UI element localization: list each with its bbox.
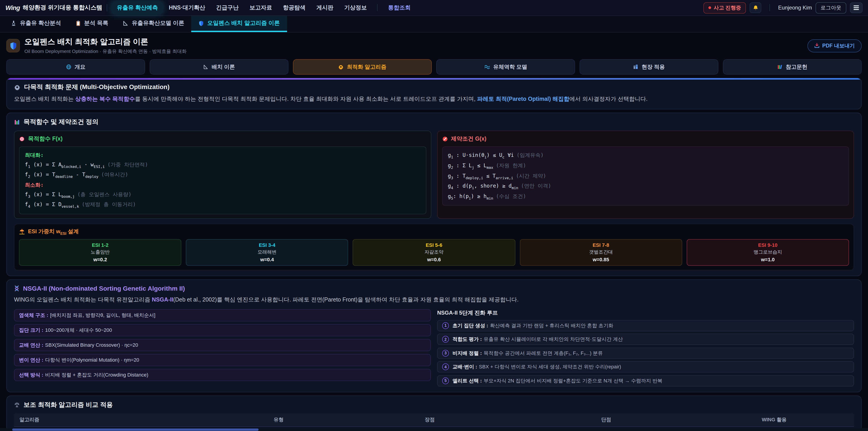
dna-icon bbox=[14, 285, 20, 291]
hamburger-menu-button[interactable] bbox=[850, 2, 863, 13]
nav-item-hns[interactable]: HNS·대기확산 bbox=[164, 2, 210, 14]
page-title: 오일펜스 배치 최적화 알고리즘 이론 bbox=[24, 37, 187, 47]
red-dot-icon bbox=[708, 6, 711, 9]
nsga-title: NSGA-II (Non-dominated Sorting Genetic A… bbox=[23, 285, 185, 292]
incident-status-badge[interactable]: 사고 진행중 bbox=[703, 2, 746, 13]
pdf-export-button[interactable]: PDF 내보내기 bbox=[807, 39, 862, 52]
building-icon bbox=[633, 64, 639, 70]
section-tab-label: 현장 적용 bbox=[642, 63, 665, 71]
tab-label: 오일펜스 배치 알고리즘 이론 bbox=[207, 20, 280, 27]
tab-analysis-list[interactable]: 분석 목록 bbox=[68, 16, 116, 32]
nsga-card: NSGA-II (Non-dominated Sorting Genetic A… bbox=[6, 279, 862, 392]
tab-diffusion-model-theory[interactable]: 유출유확산모델 이론 bbox=[116, 16, 191, 32]
col-header-wing-usage: WING 활용 bbox=[694, 413, 854, 426]
section-tab-references[interactable]: 참고문헌 bbox=[723, 59, 862, 74]
comparison-card: 보조 최적화 알고리즘 비교 적용 알고리즘 유형 장점 단점 WING 활용 … bbox=[6, 395, 862, 431]
esi-card-5-6: ESI 5-6 자갈조약 w=0.6 bbox=[353, 239, 515, 266]
notifications-button[interactable] bbox=[750, 2, 762, 13]
page-title-block: 오일펜스 배치 최적화 알고리즘 이론 Oil Boom Deployment … bbox=[24, 37, 187, 55]
objective-formula: f1 (x) = Σ Ablocked,i · wESI,i(가중 차단면적) bbox=[25, 160, 420, 170]
tab-boom-algorithm-theory[interactable]: 오일펜스 배치 알고리즘 이론 bbox=[191, 16, 287, 32]
step-number-badge: 2 bbox=[442, 336, 449, 343]
comparison-title: 보조 최적화 알고리즘 비교 적용 bbox=[24, 401, 113, 409]
esi-heading: ESI 가중치 wESI 설계 bbox=[19, 228, 849, 236]
esi-weights-section: ESI 가중치 wESI 설계 ESI 1-2 노출암반 w=0.2 ESI 3… bbox=[14, 224, 854, 271]
section-tab-bar: 개요 배치 이론 최적화 알고리즘 유체역학 모델 현장 적용 bbox=[6, 59, 862, 74]
main-content: 다목적 최적화 문제 (Multi-Objective Optimization… bbox=[0, 78, 868, 431]
beach-umbrella-icon bbox=[19, 229, 25, 235]
triangle-ruler-icon bbox=[123, 20, 129, 26]
nsga-step-2: 2적합도 평가 :유출유 확산 시뮬레이터로 각 배치안의 차단면적·도달시간 … bbox=[437, 334, 854, 345]
section-tab-deployment-theory[interactable]: 배치 이론 bbox=[150, 59, 288, 74]
gear-icon bbox=[338, 64, 344, 70]
balance-scale-icon bbox=[14, 402, 20, 408]
objective-panel-title: 목적함수 F(x) bbox=[28, 135, 63, 143]
esi-card-9-10: ESI 9-10 맹그로브습지 w=1.0 bbox=[687, 239, 849, 266]
step-number-badge: 5 bbox=[442, 377, 449, 384]
globe-icon bbox=[66, 64, 71, 70]
definition-card: 목적함수 및 제약조건 정의 목적함수 F(x) 최대화: f1 (x) = Σ… bbox=[6, 113, 862, 276]
incident-badge-label: 사고 진행중 bbox=[714, 4, 741, 11]
param-row-mutation: 변이 연산 :다항식 변이(Polynomial Mutation) · ηm=… bbox=[14, 354, 431, 366]
maximize-label: 최대화: bbox=[25, 151, 420, 160]
highlight-pareto-optimal: 파레토 최적(Pareto Optimal) 해집합 bbox=[477, 96, 569, 102]
books-icon bbox=[777, 64, 782, 70]
nav-item-reports[interactable]: 보고자료 bbox=[245, 2, 277, 14]
table-header-row: 알고리즘 유형 장점 단점 WING 활용 bbox=[14, 413, 854, 426]
esi-card-7-8: ESI 7-8 갯벌조간대 w=0.85 bbox=[520, 239, 682, 266]
objective-formula: f4 (x) = Σ Dvessel,k(방제정 총 이동거리) bbox=[25, 200, 420, 210]
col-header-type: 유형 bbox=[216, 413, 342, 426]
esi-card-1-2: ESI 1-2 노출암반 w=0.2 bbox=[19, 239, 181, 266]
scrollbar-thumb[interactable] bbox=[12, 428, 258, 431]
nsga-parameters-list: 염색체 구조 :[배치지점 좌표, 방향각θ, 길이L, 형태, 배치순서] 집… bbox=[14, 309, 431, 386]
minimize-label: 최소화: bbox=[25, 180, 420, 190]
section-tab-label: 최적화 알고리즘 bbox=[347, 63, 386, 71]
no-entry-icon bbox=[442, 136, 448, 142]
download-icon bbox=[814, 43, 819, 49]
main-menu: 유출유 확산예측 HNS·대기확산 긴급구난 보고자료 항공탐색 게시판 기상정… bbox=[112, 2, 704, 14]
step-number-badge: 1 bbox=[442, 322, 449, 329]
nsga-heading: NSGA-II (Non-dominated Sorting Genetic A… bbox=[14, 285, 854, 292]
section-tab-overview[interactable]: 개요 bbox=[6, 59, 145, 74]
section-tab-label: 개요 bbox=[74, 63, 86, 71]
section-tab-hydrodynamics-model[interactable]: 유체역학 모델 bbox=[436, 59, 575, 74]
target-icon bbox=[19, 136, 25, 142]
nsga-grid: 염색체 구조 :[배치지점 좌표, 방향각θ, 길이L, 형태, 배치순서] 집… bbox=[14, 309, 854, 386]
objective-function-panel: 목적함수 F(x) 최대화: f1 (x) = Σ Ablocked,i · w… bbox=[14, 131, 431, 219]
col-header-pros: 장점 bbox=[342, 413, 518, 426]
nav-item-weather[interactable]: 기상정보 bbox=[339, 2, 372, 14]
section-tab-label: 유체역학 모델 bbox=[493, 63, 527, 71]
constraints-code-block: g1 : U·sin(θi) ≤ Uc ∀i(임계유속) g2 : Σ Lj ≤… bbox=[442, 147, 849, 206]
nav-item-integrated-search[interactable]: 통합조회 bbox=[383, 2, 416, 14]
objective-panel-heading: 목적함수 F(x) bbox=[19, 135, 426, 143]
constraints-panel-title: 제약조건 G(x) bbox=[451, 135, 487, 143]
overview-title: 다목적 최적화 문제 (Multi-Objective Optimization… bbox=[24, 83, 169, 91]
logout-button[interactable]: 로그아웃 bbox=[815, 2, 846, 13]
section-tab-optimization-algorithm[interactable]: 최적화 알고리즘 bbox=[293, 59, 432, 74]
nav-item-board[interactable]: 게시판 bbox=[311, 2, 338, 14]
objective-code-block: 최대화: f1 (x) = Σ Ablocked,i · wESI,i(가중 차… bbox=[19, 147, 426, 214]
param-row-population: 집단 크기 :100~200개체 · 세대수 50~200 bbox=[14, 324, 431, 336]
nav-item-aerial-search[interactable]: 항공탐색 bbox=[278, 2, 311, 14]
overview-heading: 다목적 최적화 문제 (Multi-Objective Optimization… bbox=[14, 83, 854, 91]
comparison-heading: 보조 최적화 알고리즘 비교 적용 bbox=[14, 401, 854, 409]
param-row-crossover: 교배 연산 :SBX(Simulated Binary Crossover) ·… bbox=[14, 339, 431, 351]
step-number-badge: 4 bbox=[442, 363, 449, 370]
col-header-cons: 단점 bbox=[518, 413, 694, 426]
nav-item-rescue[interactable]: 긴급구난 bbox=[211, 2, 244, 14]
section-tab-label: 참고문헌 bbox=[786, 63, 807, 71]
bar-chart-icon bbox=[14, 119, 20, 125]
bell-icon bbox=[753, 5, 758, 11]
divider bbox=[377, 4, 378, 11]
horizontal-scrollbar bbox=[0, 428, 868, 431]
divider bbox=[770, 4, 770, 11]
constraints-panel: 제약조건 G(x) g1 : U·sin(θi) ≤ Uc ∀i(임계유속) g… bbox=[437, 131, 854, 219]
microscope-icon bbox=[11, 20, 17, 26]
shield-icon bbox=[199, 20, 204, 26]
section-tab-field-application[interactable]: 현장 적용 bbox=[580, 59, 718, 74]
divider bbox=[107, 4, 107, 11]
tab-spill-analysis[interactable]: 유출유 확산분석 bbox=[4, 16, 68, 32]
nav-item-spill-prediction[interactable]: 유출유 확산예측 bbox=[112, 2, 163, 14]
wing-logo: Wing bbox=[5, 4, 20, 11]
esi-title: ESI 가중치 wESI 설계 bbox=[28, 228, 79, 236]
